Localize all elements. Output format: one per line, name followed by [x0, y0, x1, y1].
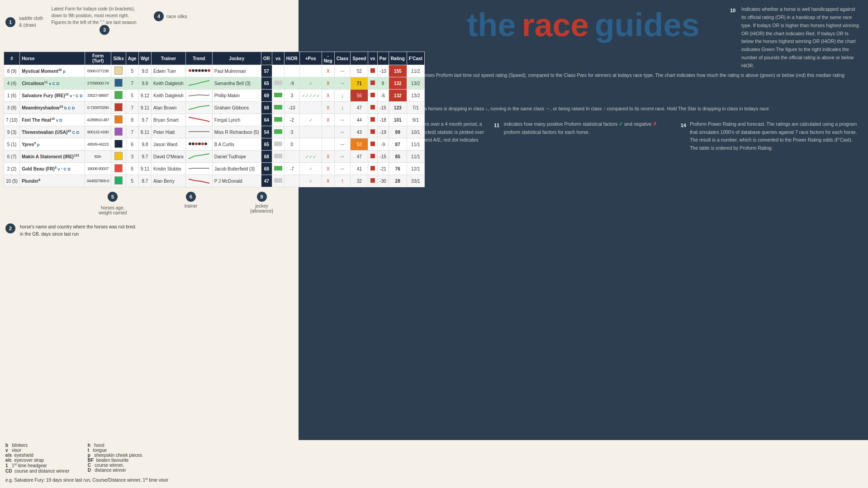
cell-num: 2 (2)	[4, 163, 20, 175]
cell-par: -15	[377, 151, 389, 163]
circle-1: 1	[5, 17, 15, 27]
top-right-annotation: 10 Indicates whether a horse is well han…	[728, 5, 859, 70]
cell-fcast: 11/1	[407, 138, 424, 151]
cell-jockey: Fergal Lynch	[212, 114, 261, 126]
svg-point-0	[189, 69, 191, 72]
cell-pos	[299, 138, 322, 151]
cell-horse: Plunder8	[20, 175, 85, 187]
cell-trainer: Alan Brown	[152, 102, 186, 114]
cell-speed: 53	[351, 138, 368, 151]
cell-rating: 123	[389, 102, 407, 114]
col-vs: vs	[272, 52, 284, 65]
cell-trainer: Keith Dalgleish	[152, 90, 186, 102]
cell-form: 634-	[85, 151, 111, 163]
cell-horse: Gold Beau (FR)5 v ¹ C D	[20, 163, 85, 175]
cell-par: -10	[377, 65, 389, 77]
cell-vs	[272, 65, 284, 77]
cell-or: 68	[261, 151, 272, 163]
cell-form: 27058000-74	[85, 77, 111, 90]
cell-fcast: 13/2	[407, 90, 424, 102]
col-form: Form (Turf)	[85, 52, 111, 65]
cell-age: 6	[126, 138, 138, 151]
cell-wgt: 9.8	[138, 77, 151, 90]
cell-jockey: Phillip Makin	[212, 90, 261, 102]
cell-class: ↔	[334, 114, 351, 126]
cell-jockey: Jacob Butterfield {3}	[212, 163, 261, 175]
circle-10: 10	[728, 5, 738, 15]
col-trend: Trend	[185, 52, 212, 65]
cell-neg	[322, 126, 334, 138]
cell-neg: X	[322, 77, 334, 90]
cell-neg	[322, 138, 334, 151]
col-neg: -Neg	[322, 52, 334, 65]
cell-par: -6	[377, 90, 389, 102]
top-left: 1 saddle cloth& (draw) Latest Form for t…	[0, 0, 299, 50]
cell-speed: 47	[351, 102, 368, 114]
race-silks-label: race silks	[166, 14, 187, 19]
cell-num: 9 (3)	[4, 126, 20, 138]
col-rating: Rating	[389, 52, 407, 65]
page-wrapper: 1 saddle cloth& (draw) Latest Form for t…	[0, 0, 868, 488]
cell-class: ↔	[334, 65, 351, 77]
cell-or: 54	[261, 126, 272, 138]
cell-class: ↔	[334, 138, 351, 151]
cell-or: 68	[261, 102, 272, 114]
cell-neg: X	[322, 102, 334, 114]
cell-age: 5	[126, 163, 138, 175]
cell-wgt: 9.11	[138, 163, 151, 175]
bottom-legend: b blinkers v visor e/s eyeshield e/c eye…	[5, 443, 304, 483]
cell-hior: -2	[284, 114, 299, 126]
cell-class: ↔	[334, 126, 351, 138]
cell-silks	[111, 77, 126, 90]
cell-speed: 71	[351, 77, 368, 90]
cell-trainer: Kristin Stubbs	[152, 163, 186, 175]
bottom-legend-area: b blinkers v visor e/s eyeshield e/c eye…	[0, 440, 868, 488]
cell-par: -19	[377, 126, 389, 138]
cell-horse: Thewestwalian (USA)20 C D	[20, 126, 85, 138]
cell-par: -18	[377, 114, 389, 126]
top-row: 1 saddle cloth& (draw) Latest Form for t…	[0, 0, 868, 50]
cell-trend	[185, 126, 212, 138]
col-class: Class	[334, 52, 351, 65]
cell-jockey: Samantha Bell {3}	[212, 77, 261, 90]
annotation-14: 14 Proform Power Rating and forecast. Th…	[681, 120, 861, 152]
cell-trend	[185, 114, 212, 126]
cell-trend	[185, 138, 212, 151]
cell-horse: Mystical Moment28 p	[20, 65, 85, 77]
table-container: # Horse Form (Turf) Silks Age Wgt Traine…	[4, 52, 295, 187]
col-vs2: vs	[368, 52, 377, 65]
cell-speed: 43	[351, 126, 368, 138]
cell-neg: X	[322, 90, 334, 102]
cell-num: 3 (8)	[4, 102, 20, 114]
svg-point-3	[198, 69, 201, 72]
cell-form: 33027-98687	[85, 90, 111, 102]
col-age: Age	[126, 52, 138, 65]
table-row: 8 (9) Mystical Moment28 p 0006-077236 5 …	[4, 65, 425, 77]
cell-vs2	[368, 175, 377, 187]
cell-vs2	[368, 90, 377, 102]
cell-trend	[185, 102, 212, 114]
table-row: 6 (7) Makin A Statement (IRE)133 634- 3 …	[4, 151, 425, 163]
col-par: Par	[377, 52, 389, 65]
table-row: 7 (10) Feel The Heat19 v D 41/89810-487 …	[4, 114, 425, 126]
cell-speed: 41	[351, 163, 368, 175]
cell-class: ↔	[334, 151, 351, 163]
cell-jockey: B A Curtis	[212, 138, 261, 151]
cell-par: 9	[377, 77, 389, 90]
cell-hior: 3	[284, 126, 299, 138]
cell-vs	[272, 77, 284, 90]
cell-hior: -10	[284, 102, 299, 114]
cell-horse: Circuitous11 v C D	[20, 77, 85, 90]
cell-hior	[284, 65, 299, 77]
cell-par: -30	[377, 175, 389, 187]
cell-vs2	[368, 126, 377, 138]
cell-or: 69	[261, 90, 272, 102]
main-row: # Horse Form (Turf) Silks Age Wgt Traine…	[0, 50, 868, 440]
cell-wgt: 9.7	[138, 151, 151, 163]
cell-or: 65	[261, 77, 272, 90]
cell-vs	[272, 138, 284, 151]
circle-4: 4	[154, 11, 164, 21]
table-header-row: # Horse Form (Turf) Silks Age Wgt Traine…	[4, 52, 425, 65]
label-11: indicates how many positive Proform stat…	[504, 120, 674, 137]
table-row: 9 (3) Thewestwalian (USA)20 C D 900132-4…	[4, 126, 425, 138]
